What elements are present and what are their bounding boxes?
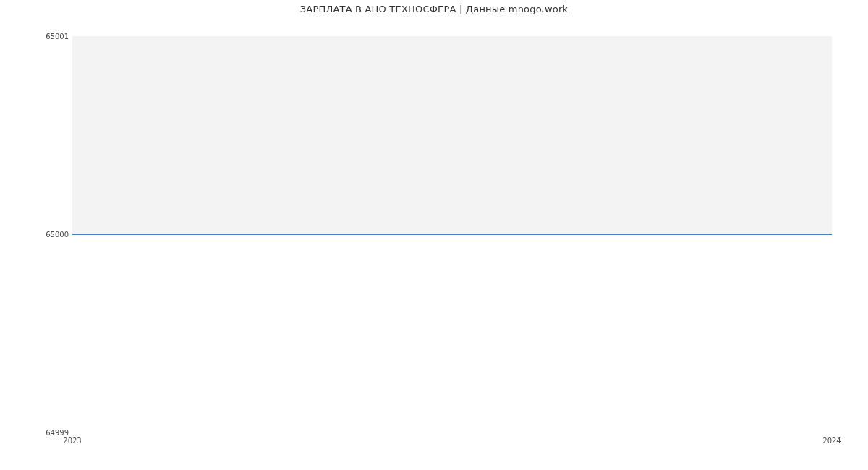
xtick-2024: 2024 xyxy=(822,437,841,445)
xtick-2023: 2023 xyxy=(63,437,81,445)
ytick-65000: 65000 xyxy=(46,231,69,239)
salary-line xyxy=(72,234,832,235)
chart: ЗАРПЛАТА В АНО ТЕХНОСФЕРА | Данные mnogo… xyxy=(0,0,868,448)
chart-title: ЗАРПЛАТА В АНО ТЕХНОСФЕРА | Данные mnogo… xyxy=(0,4,868,14)
ytick-64999: 64999 xyxy=(46,429,69,437)
ytick-65001: 65001 xyxy=(46,33,69,40)
plot-area xyxy=(72,36,832,432)
plot-background-band xyxy=(72,36,832,234)
